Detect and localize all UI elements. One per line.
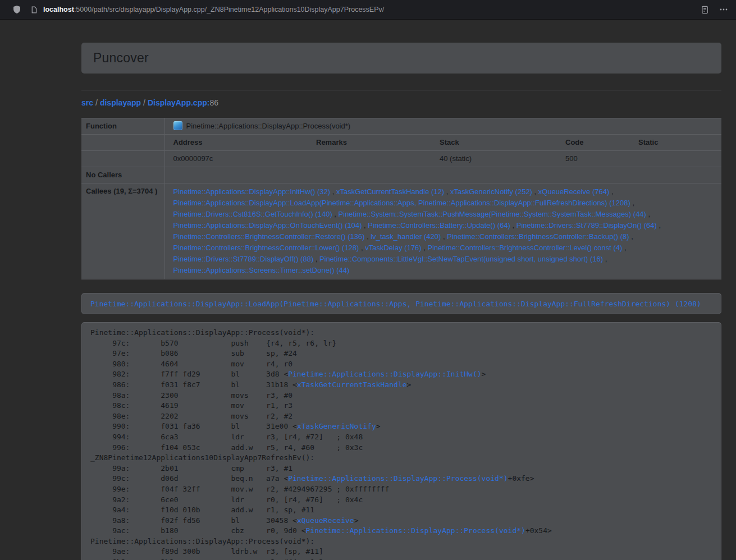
column-header-stack: Stack	[431, 135, 557, 151]
stack-value: 40 (static)	[431, 151, 557, 167]
remarks-value	[308, 151, 431, 167]
address-value: 0x0000097c	[164, 151, 308, 167]
callee-link[interactable]: lv_task_handler (420)	[371, 232, 441, 241]
callee-separator: ,	[629, 232, 633, 241]
symbol-link-box: Pinetime::Applications::DisplayApp::Load…	[81, 293, 721, 314]
disassembly-symbol-link[interactable]: Pinetime::Applications::DisplayApp::Proc…	[288, 474, 508, 483]
table-row: No Callers	[81, 167, 721, 183]
callee-separator: ,	[657, 221, 661, 229]
breadcrumb-link-src[interactable]: src	[81, 98, 93, 107]
breadcrumb-link-displayapp[interactable]: displayapp	[100, 98, 141, 107]
disassembly-symbol-link[interactable]: xTaskGetCurrentTaskHandle	[297, 380, 407, 389]
callee-separator: ,	[330, 187, 336, 196]
callee-separator: ,	[332, 210, 339, 218]
table-row: Function Pinetime::Applications::Display…	[81, 118, 721, 135]
disassembly-symbol-link[interactable]: xQueueReceive	[297, 516, 354, 525]
callee-separator: ,	[603, 255, 607, 263]
callee-link[interactable]: Pinetime::Components::LittleVgl::SetNewT…	[319, 255, 603, 263]
callee-separator: ,	[444, 187, 450, 196]
callee-separator: ,	[532, 187, 538, 196]
empty-label-cell	[81, 151, 164, 167]
callee-link[interactable]: Pinetime::Drivers::Cst816S::GetTouchInfo…	[173, 210, 332, 218]
callee-link[interactable]: vTaskDelay (176)	[365, 244, 421, 252]
line-number: 86	[209, 98, 218, 107]
reader-mode-icon[interactable]	[701, 6, 709, 14]
page-title: Puncover	[93, 51, 149, 66]
loadapp-symbol-link[interactable]: Pinetime::Applications::DisplayApp::Load…	[90, 300, 701, 308]
empty-label-cell	[81, 135, 164, 151]
code-value: 500	[557, 151, 630, 167]
function-cell: Pinetime::Applications::DisplayApp::Proc…	[164, 118, 721, 135]
callee-separator: ,	[313, 255, 319, 263]
disassembly-symbol-link[interactable]: xTaskGenericNotify	[297, 422, 376, 430]
callee-separator: ,	[422, 244, 428, 252]
callee-link[interactable]: Pinetime::Controllers::BrightnessControl…	[428, 244, 623, 252]
callee-link[interactable]: xTaskGetCurrentTaskHandle (12)	[336, 187, 444, 196]
function-name: Pinetime::Applications::DisplayApp::Proc…	[186, 122, 351, 130]
callee-link[interactable]: Pinetime::Drivers::St7789::DisplayOff() …	[173, 255, 314, 263]
browser-chrome: localhost:5000/path/src/displayapp/Displ…	[0, 0, 736, 20]
url-path: :5000/path/src/displayapp/DisplayApp.cpp…	[74, 6, 384, 13]
callee-link[interactable]: Pinetime::Applications::Screens::Timer::…	[173, 266, 350, 274]
callee-separator: ,	[510, 221, 516, 229]
callee-separator: ,	[362, 221, 368, 229]
callee-separator: ,	[630, 199, 634, 207]
callee-separator: ,	[359, 244, 365, 252]
no-callers-label: No Callers	[81, 167, 164, 183]
column-header-remarks: Remarks	[308, 135, 431, 151]
tracking-protection-shield-icon[interactable]	[12, 5, 21, 14]
callees-label: Callees (19, Σ=3704 )	[81, 183, 164, 279]
callees-list: Pinetime::Applications::DisplayApp::Init…	[164, 183, 721, 279]
breadcrumb-separator: /	[95, 98, 98, 107]
table-row: Callees (19, Σ=3704 ) Pinetime::Applicat…	[81, 183, 721, 279]
no-callers-cell	[164, 167, 721, 183]
disassembly-symbol-link[interactable]: Pinetime::Applications::DisplayApp::Proc…	[306, 526, 525, 535]
app-header: Puncover	[81, 43, 721, 74]
callee-link[interactable]: Pinetime::Applications::DisplayApp::OnTo…	[173, 221, 362, 229]
callee-link[interactable]: Pinetime::Drivers::St7789::DisplayOn() (…	[516, 221, 657, 229]
column-header-code: Code	[557, 135, 630, 151]
callee-separator: ,	[609, 187, 613, 196]
table-row: Address Remarks Stack Code Static	[81, 135, 721, 151]
callee-link[interactable]: Pinetime::System::SystemTask::PushMessag…	[339, 210, 646, 218]
disassembly-symbol-link[interactable]: Pinetime::Applications::DisplayApp::Init…	[288, 370, 481, 378]
callee-link[interactable]: Pinetime::Controllers::BrightnessControl…	[447, 232, 629, 241]
callee-link[interactable]: Pinetime::Controllers::BrightnessControl…	[173, 232, 365, 241]
function-type-icon	[173, 121, 182, 130]
address-bar[interactable]: localhost:5000/path/src/displayapp/Displ…	[43, 6, 701, 13]
disassembly-code: Pinetime::Applications::DisplayApp::Proc…	[81, 322, 721, 560]
callee-link[interactable]: Pinetime::Applications::DisplayApp::Load…	[173, 199, 630, 207]
breadcrumb: src/displayapp/DisplayApp.cpp:86	[81, 97, 721, 108]
page-content: Puncover src/displayapp/DisplayApp.cpp:8…	[81, 43, 721, 560]
divider	[81, 90, 721, 90]
callee-separator: ,	[441, 232, 447, 241]
callee-separator: ,	[622, 244, 626, 252]
page-info-icon[interactable]	[30, 6, 38, 13]
callee-link[interactable]: xQueueReceive (764)	[538, 187, 609, 196]
callee-link[interactable]: xTaskGenericNotify (252)	[450, 187, 532, 196]
breadcrumb-link-file[interactable]: DisplayApp.cpp:	[148, 98, 209, 107]
breadcrumb-separator: /	[143, 98, 145, 107]
callee-link[interactable]: Pinetime::Controllers::Battery::Update()…	[368, 221, 510, 229]
callee-separator: ,	[365, 232, 371, 241]
function-label: Function	[81, 118, 164, 135]
callee-link[interactable]: Pinetime::Applications::DisplayApp::Init…	[173, 187, 331, 196]
table-row: 0x0000097c 40 (static) 500	[81, 151, 721, 167]
more-menu-icon[interactable]	[719, 5, 728, 14]
static-value	[630, 151, 721, 167]
symbol-table: Function Pinetime::Applications::Display…	[81, 118, 721, 279]
callee-link[interactable]: Pinetime::Controllers::BrightnessControl…	[173, 244, 359, 252]
column-header-address: Address	[164, 135, 308, 151]
url-domain: localhost	[43, 6, 74, 13]
callee-separator: ,	[646, 210, 650, 218]
column-header-static: Static	[630, 135, 721, 151]
